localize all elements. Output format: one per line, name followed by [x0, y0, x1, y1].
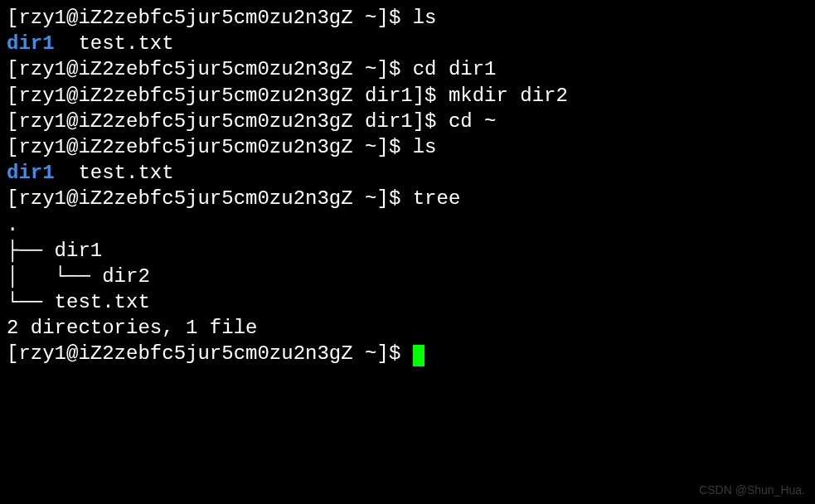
watermark: CSDN @Shun_Hua.	[699, 482, 805, 497]
cmd-line-4: [rzy1@iZ2zebfc5jur5cm0zu2n3gZ dir1]$ cd …	[7, 109, 808, 134]
prompt: [rzy1@iZ2zebfc5jur5cm0zu2n3gZ ~]$	[7, 187, 413, 210]
tree-dir-name: dir1	[55, 240, 103, 262]
cmd-line-1: [rzy1@iZ2zebfc5jur5cm0zu2n3gZ ~]$ ls	[7, 5, 808, 31]
command-text: ls	[413, 136, 437, 158]
tree-branch: ├──	[7, 240, 55, 262]
command-text: cd ~	[449, 110, 497, 133]
prompt: [rzy1@iZ2zebfc5jur5cm0zu2n3gZ dir1]$	[7, 85, 449, 107]
cmd-line-2: [rzy1@iZ2zebfc5jur5cm0zu2n3gZ ~]$ cd dir…	[7, 56, 808, 82]
file-name: test.txt	[55, 32, 174, 55]
tree-root: .	[7, 212, 808, 238]
tree-line-1: ├── dir1	[7, 238, 808, 264]
prompt: [rzy1@iZ2zebfc5jur5cm0zu2n3gZ ~]$	[7, 7, 413, 29]
command-text: mkdir dir2	[449, 85, 568, 107]
command-text: tree	[413, 187, 461, 210]
directory-name: dir1	[7, 162, 55, 184]
cursor-icon	[413, 345, 424, 366]
tree-line-2: │ └── dir2	[7, 264, 808, 289]
tree-line-3: └── test.txt	[7, 289, 808, 315]
cmd-line-5: [rzy1@iZ2zebfc5jur5cm0zu2n3gZ ~]$ ls	[7, 134, 808, 160]
ls-output-1: dir1 test.txt	[7, 31, 808, 56]
terminal[interactable]: [rzy1@iZ2zebfc5jur5cm0zu2n3gZ ~]$ ls dir…	[7, 5, 808, 367]
prompt: [rzy1@iZ2zebfc5jur5cm0zu2n3gZ ~]$	[7, 136, 413, 158]
current-prompt-line[interactable]: [rzy1@iZ2zebfc5jur5cm0zu2n3gZ ~]$	[7, 341, 808, 366]
ls-output-2: dir1 test.txt	[7, 160, 808, 186]
prompt: [rzy1@iZ2zebfc5jur5cm0zu2n3gZ ~]$	[7, 342, 413, 365]
command-text: cd dir1	[413, 58, 497, 80]
prompt: [rzy1@iZ2zebfc5jur5cm0zu2n3gZ dir1]$	[7, 110, 449, 133]
command-text: ls	[413, 7, 437, 29]
directory-name: dir1	[7, 32, 55, 55]
cmd-line-3: [rzy1@iZ2zebfc5jur5cm0zu2n3gZ dir1]$ mkd…	[7, 83, 808, 109]
file-name: test.txt	[55, 162, 174, 184]
prompt: [rzy1@iZ2zebfc5jur5cm0zu2n3gZ ~]$	[7, 58, 413, 80]
tree-summary: 2 directories, 1 file	[7, 315, 808, 341]
cmd-line-6: [rzy1@iZ2zebfc5jur5cm0zu2n3gZ ~]$ tree	[7, 186, 808, 211]
